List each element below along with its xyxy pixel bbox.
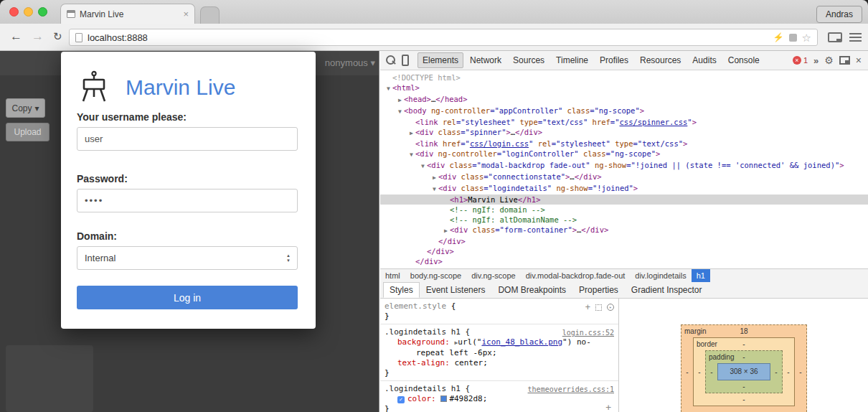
dom-tree-line[interactable]: </div> <box>380 256 868 266</box>
box-model-padding[interactable]: padding- - 308 × 36 - - <box>705 350 783 393</box>
dom-tree-line[interactable]: ▼<html> <box>380 83 868 94</box>
tab-close-icon[interactable]: × <box>183 9 189 19</box>
padding-right-value[interactable]: - <box>770 368 782 376</box>
user-menu[interactable]: nonymous ▾ <box>325 57 375 68</box>
minimize-window-button[interactable] <box>24 7 33 17</box>
dom-tree-line[interactable]: ▼<div class="logindetails" ng-show="!joi… <box>380 183 868 195</box>
tree-arrow-icon[interactable]: ▼ <box>419 161 427 172</box>
tab-timeline[interactable]: Timeline <box>551 52 593 68</box>
box-model-margin[interactable]: margin18 - border- - padding- - 308 × 36 <box>681 324 807 412</box>
margin-top-value[interactable]: 18 <box>740 327 747 335</box>
dom-tree-line[interactable]: ▶<div class="form-container">…</div> <box>380 225 868 236</box>
rule-selector[interactable]: .logindetails h1 <box>385 384 461 393</box>
css-property[interactable]: text-align: center; <box>385 358 614 368</box>
resource-link[interactable]: css/login.css <box>470 139 529 148</box>
toggle-element-state-icon[interactable] <box>595 304 602 311</box>
devtools-close-icon[interactable]: × <box>856 55 862 65</box>
tree-arrow-icon[interactable]: ▼ <box>430 184 438 195</box>
login-button[interactable]: Log in <box>77 286 298 309</box>
bookmark-star-icon[interactable]: ☆ <box>802 32 811 43</box>
dom-tree-line[interactable]: <!-- ngIf: domain --> <box>380 205 868 215</box>
tab-resources[interactable]: Resources <box>635 52 686 68</box>
dom-tree-line[interactable]: <link rel="stylesheet" type="text/css" h… <box>380 117 868 127</box>
crumb-div.modal-backdrop.fade-out[interactable]: div.modal-backdrop.fade-out <box>521 269 631 282</box>
flash-plugin-icon[interactable]: ⚡ <box>773 32 784 42</box>
dom-tree-line[interactable]: <h1>Marvin Live</h1> <box>380 195 868 205</box>
cast-icon[interactable] <box>828 32 842 42</box>
tab-sources[interactable]: Sources <box>508 52 549 68</box>
dom-tree-line[interactable]: </div> <box>380 236 868 246</box>
new-style-rule-icon[interactable]: + <box>585 302 590 312</box>
settings-gear-icon[interactable]: ⚙ <box>824 55 834 65</box>
sidebar-tab-styles[interactable]: Styles <box>383 282 420 298</box>
copy-button[interactable]: Copy▾ <box>6 98 45 118</box>
new-tab-button[interactable] <box>200 6 220 24</box>
style-rule[interactable]: .logindetails h1 { themeoverrides.css:1 … <box>380 381 618 412</box>
margin-bottom-value[interactable]: - <box>681 406 806 412</box>
border-right-value[interactable]: - <box>783 368 794 376</box>
dom-tree-line[interactable]: <!DOCTYPE html> <box>380 72 868 83</box>
tree-arrow-icon[interactable]: ▶ <box>430 173 438 183</box>
dom-tree-line[interactable]: ▶<div class="spinner">…</div> <box>380 127 868 139</box>
sidebar-tab-event-listeners[interactable]: Event Listeners <box>420 282 492 298</box>
border-top-value[interactable]: - <box>742 340 745 348</box>
border-bottom-value[interactable]: - <box>694 393 794 406</box>
box-model-border[interactable]: border- - padding- - 308 × 36 - - <box>693 337 795 406</box>
padding-left-value[interactable]: - <box>706 368 717 376</box>
error-badge-icon[interactable]: × <box>793 56 801 65</box>
stylesheet-link[interactable]: themeoverrides.css:1 <box>528 385 614 395</box>
color-swatch[interactable] <box>440 395 447 402</box>
crumb-html[interactable]: html <box>380 269 405 282</box>
tab-audits[interactable]: Audits <box>687 52 721 68</box>
domain-select[interactable]: Internal ▲▼ <box>77 246 298 270</box>
css-property[interactable]: background: ▶url("icon_48_black.png") no… <box>385 337 614 358</box>
forward-icon[interactable]: → <box>32 29 44 44</box>
close-window-button[interactable] <box>9 7 19 17</box>
browser-tab[interactable]: Marvin Live × <box>60 4 195 24</box>
tree-arrow-icon[interactable]: ▼ <box>396 107 404 117</box>
tab-network[interactable]: Network <box>465 52 506 68</box>
dom-tree-line[interactable]: </div> <box>380 246 868 256</box>
tree-arrow-icon[interactable]: ▶ <box>396 95 404 106</box>
device-mode-icon[interactable] <box>402 55 409 66</box>
address-bar[interactable]: localhost:8888 ⚡ ☆ <box>69 29 818 46</box>
error-count[interactable]: 1 <box>803 56 808 65</box>
fullscreen-window-button[interactable] <box>38 7 47 17</box>
resource-link[interactable]: css/spinner.css <box>620 118 688 126</box>
tab-console[interactable]: Console <box>723 52 765 68</box>
tab-profiles[interactable]: Profiles <box>595 52 633 68</box>
dom-tree-line[interactable]: <!-- ngIf: altDomainName --> <box>380 215 868 225</box>
element-style-section[interactable]: element.style { } + ▸ <box>380 299 618 324</box>
css-property[interactable]: ✓color: #4982d8; <box>385 394 614 404</box>
upload-button[interactable]: Upload <box>6 123 49 141</box>
margin-left-value[interactable]: - <box>681 368 693 376</box>
tab-elements[interactable]: Elements <box>418 52 463 68</box>
inspect-search-icon[interactable] <box>386 55 396 65</box>
reload-icon[interactable]: ↻ <box>53 30 62 43</box>
resource-link[interactable]: icon_48_black.png <box>481 337 562 347</box>
tree-arrow-icon[interactable]: ▼ <box>385 84 392 94</box>
dom-tree-line[interactable]: ▼<body ng-controller="appController" cla… <box>380 106 868 117</box>
sidebar-tab-gradient-inspector[interactable]: Gradient Inspector <box>625 282 709 298</box>
sidebar-tab-dom-breakpoints[interactable]: DOM Breakpoints <box>491 282 572 298</box>
sidebar-tab-properties[interactable]: Properties <box>572 282 625 298</box>
margin-right-value[interactable]: - <box>795 368 806 376</box>
style-rule[interactable]: .logindetails h1 { login.css:52 backgrou… <box>380 324 618 381</box>
url-text[interactable]: localhost:8888 <box>88 32 768 43</box>
dom-tree-line[interactable]: ▶<head>…</head> <box>380 94 868 106</box>
browser-menu-icon[interactable] <box>849 33 862 42</box>
tree-arrow-icon[interactable]: ▶ <box>407 128 415 139</box>
dock-side-icon[interactable] <box>839 56 850 65</box>
crumb-div.ng-scope[interactable]: div.ng-scope <box>466 269 521 282</box>
tree-arrow-icon[interactable]: ▼ <box>407 150 415 160</box>
dom-tree-line[interactable]: ▶<div class="connectionstate">…</div> <box>380 172 868 183</box>
padding-top-value[interactable]: - <box>742 353 745 361</box>
border-left-value[interactable]: - <box>694 368 705 376</box>
page-security-icon[interactable] <box>75 33 82 42</box>
extension-icon[interactable] <box>789 34 797 42</box>
rule-selector[interactable]: .logindetails h1 <box>385 327 461 337</box>
stylesheet-link[interactable]: login.css:52 <box>562 328 614 338</box>
tree-arrow-icon[interactable]: ▶ <box>442 226 450 236</box>
animations-icon[interactable]: ▸ <box>607 304 614 311</box>
dom-tree-line[interactable]: ▼<div class="modal-backdrop fade-out" ng… <box>380 160 868 172</box>
